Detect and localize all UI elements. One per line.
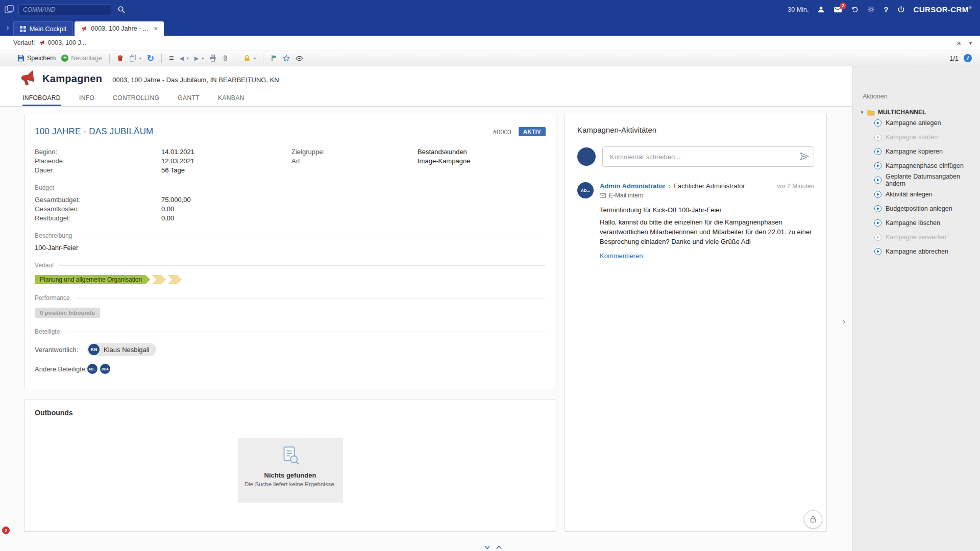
mail-icon[interactable]: 2 [834, 6, 842, 13]
delete-button[interactable] [117, 55, 124, 62]
tab-gantt[interactable]: GANTT [178, 91, 200, 106]
action-kampagne-starten: Kampagne starten [858, 130, 980, 144]
flag-button[interactable] [271, 55, 277, 62]
brand-logo: CURSOR-CRM® [914, 5, 972, 14]
save-button[interactable]: Speichern [17, 55, 56, 62]
undo-icon[interactable] [851, 6, 859, 13]
preview-button[interactable] [296, 55, 303, 62]
history-item[interactable]: 0003, 100 J... [39, 39, 86, 46]
history-close-icon[interactable]: × [957, 39, 961, 47]
notification-count-badge[interactable]: 2 [2, 527, 10, 534]
printer-icon [209, 55, 216, 62]
toolbar: Speichern + Neuanlage ▾ ↻ ≡ ◀ ▾ ▶ ▾ [0, 50, 980, 66]
activity-header: Admin Administrator › Fachlicher Adminis… [600, 182, 814, 190]
tab-info[interactable]: INFO [79, 91, 94, 106]
caret-down-icon: ▼ [860, 110, 864, 115]
outbounds-card: Outbounds Nichts gefunden D [24, 399, 556, 532]
action-label: Kampagne starten [886, 134, 938, 141]
menu-button[interactable]: ≡ [169, 54, 174, 62]
current-user-avatar [577, 147, 596, 166]
action-kampagne-kopieren[interactable]: Kampagne kopieren [858, 144, 980, 159]
campaign-fields: Beginn: 14.01.2021 Zielgruppe: Bestandsk… [35, 148, 546, 174]
print-button[interactable] [209, 55, 216, 62]
expand-left-panel-icon[interactable]: › [2, 23, 13, 32]
star-icon [283, 55, 290, 62]
responsible-name: Klaus Nesbigall [104, 346, 150, 354]
navigate-forward-button[interactable]: ▶ ▾ [194, 56, 204, 61]
lock-button[interactable] [804, 510, 822, 529]
section-title-text: Beschreibung [35, 232, 72, 239]
tab-close-icon[interactable]: × [154, 25, 158, 32]
caret-down-icon: ▾ [187, 56, 189, 61]
new-record-button[interactable]: + Neuanlage [61, 55, 102, 62]
activity-channel: E-Mail intern [600, 192, 814, 199]
action-geplante-datumsangaben-aendern[interactable]: Geplante Datumsangaben ändern [858, 173, 980, 187]
megaphone-icon [39, 40, 45, 46]
command-input[interactable] [18, 4, 111, 15]
history-expand-icon[interactable]: ▾ [969, 40, 972, 46]
action-label: Geplante Datumsangaben ändern [886, 173, 980, 187]
actions-group-multichannel[interactable]: ▼ MULTICHANNEL [858, 109, 980, 116]
tab-kanban[interactable]: KANBAN [218, 91, 244, 106]
comment-input[interactable] [602, 146, 814, 167]
avatar[interactable]: AD... [87, 364, 97, 374]
field-label: Beginn: [35, 148, 161, 156]
phase-current[interactable]: Planung und allgemeine Organisation [35, 275, 150, 284]
chevron-up-icon[interactable] [496, 545, 502, 550]
paperclip-icon [222, 55, 229, 62]
section-title: Verlauf [35, 262, 546, 269]
phase-upcoming[interactable] [167, 275, 182, 284]
tab-mein-cockpit[interactable]: Mein Cockpit [13, 21, 73, 36]
avatar[interactable]: DBA [100, 364, 110, 374]
content-area: Kampagnen 0003, 100 Jahre - Das Jubiläum… [0, 66, 852, 551]
help-icon[interactable]: ? [884, 5, 888, 14]
app-icon [4, 5, 14, 15]
expand-actions-panel-icon[interactable]: › [843, 317, 845, 325]
activity-subject: Terminfindung für Kick-Off 100-Jahr-Feie… [600, 206, 814, 214]
action-kampagne-loeschen[interactable]: Kampagne löschen [858, 216, 980, 230]
performance-badge: 0 positive Inbounds [35, 308, 100, 318]
action-kampagne-anlegen[interactable]: Kampagne anlegen [858, 116, 980, 130]
page-subtitle: 0003, 100 Jahre - Das Jubiläum, IN BEARB… [112, 73, 279, 84]
comment-link[interactable]: Kommentieren [600, 252, 643, 260]
eye-icon [296, 55, 303, 62]
outbounds-title: Outbounds [35, 409, 546, 417]
navigate-back-button[interactable]: ◀ ▾ [179, 56, 188, 61]
permissions-button[interactable]: ▾ [243, 55, 256, 62]
activities-title: Kampagnen-Aktivitäten [577, 126, 814, 134]
phase-upcoming[interactable] [152, 275, 166, 284]
activity-text: Hallo, kannst du bitte die einzelnen für… [600, 218, 827, 247]
info-icon[interactable]: i [964, 54, 972, 62]
action-label: Kampagne löschen [886, 219, 940, 227]
action-kampagne-abbrechen[interactable]: Kampagne abbrechen [858, 244, 980, 259]
field-value: 56 Tage [161, 166, 291, 174]
activity-entry: AD... Admin Administrator › Fachlicher A… [577, 182, 814, 260]
field-value: 75.000,00 [161, 196, 546, 204]
activity-author[interactable]: Admin Administrator [600, 182, 666, 190]
copy-button[interactable]: ▾ [129, 55, 141, 62]
tab-infoboard[interactable]: INFOBOARD [22, 91, 61, 106]
activity-channel-label: E-Mail intern [609, 192, 643, 199]
document-search-icon [280, 445, 301, 467]
activity-body: Admin Administrator › Fachlicher Adminis… [600, 182, 814, 260]
action-aktivitaet-anlegen[interactable]: Aktivität anlegen [858, 187, 980, 202]
attachment-button[interactable] [222, 55, 229, 62]
section-title: Beteiligte [35, 328, 546, 335]
action-kampagnenphase-einfuegen[interactable]: Kampagnenphase einfügen [858, 159, 980, 173]
tab-controlling[interactable]: CONTROLLING [113, 91, 159, 106]
tab-campaign-record[interactable]: 0003, 100 Jahre - ... × [75, 21, 164, 36]
performance-section: Performance 0 positive Inbounds [35, 294, 546, 318]
power-icon[interactable] [897, 6, 905, 13]
search-icon[interactable] [117, 6, 125, 13]
user-icon[interactable] [817, 6, 825, 13]
chevron-down-icon[interactable] [484, 545, 491, 550]
refresh-button[interactable]: ↻ [147, 54, 154, 63]
section-title-text: Beteiligte [35, 328, 60, 335]
action-budgetposition-anlegen[interactable]: Budgetposition anlegen [858, 202, 980, 216]
history-label: Verlauf: [13, 39, 35, 46]
favorite-button[interactable] [283, 55, 290, 62]
settings-gear-icon[interactable] [867, 6, 875, 13]
play-icon [874, 205, 881, 212]
responsible-person-chip[interactable]: KN Klaus Nesbigall [87, 343, 156, 356]
send-icon[interactable] [799, 152, 809, 161]
